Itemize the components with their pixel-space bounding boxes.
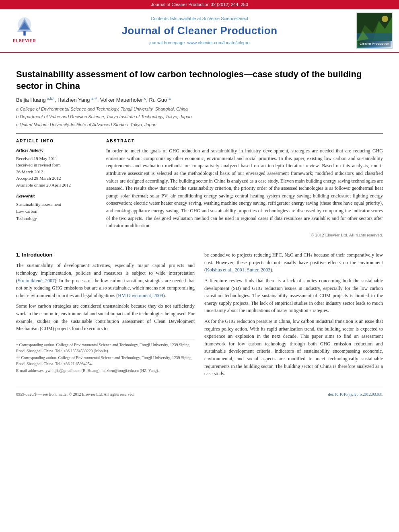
section-divider bbox=[16, 243, 383, 243]
sciverse-link: Contents lists available at SciVerse Sci… bbox=[43, 16, 356, 22]
authors-text: Beijia Huang a,b,*, Haizhen Yang a,**, V… bbox=[16, 97, 171, 103]
journal-title: Journal of Cleaner Production bbox=[43, 23, 356, 38]
affiliation-b: b Department of Value and Decision Scien… bbox=[16, 114, 383, 120]
journal-citation: Journal of Cleaner Production 32 (2012) … bbox=[151, 2, 248, 7]
introduction-heading: 1. Introduction bbox=[16, 251, 195, 259]
elsevier-tree-icon bbox=[12, 17, 37, 37]
history-received: Received 19 May 2011 Received in revised… bbox=[16, 155, 97, 189]
footnote-1: * Corresponding author. College of Envir… bbox=[16, 342, 195, 354]
affiliations: a College of Environmental Science and T… bbox=[16, 106, 383, 128]
svg-point-10 bbox=[382, 16, 388, 22]
footer-issn: 0959-6526/$ — see front matter © 2012 El… bbox=[16, 392, 134, 397]
journal-header-center: Contents lists available at SciVerse Sci… bbox=[43, 16, 356, 46]
ref-streimikiene[interactable]: Streimikienė, 2007 bbox=[18, 278, 55, 283]
body-left-column: 1. Introduction The sustainability of de… bbox=[16, 251, 195, 381]
history-item-1: Received in revised form bbox=[16, 162, 97, 168]
authors-line: Beijia Huang a,b,*, Haizhen Yang a,**, V… bbox=[16, 96, 383, 104]
footer-doi[interactable]: doi:10.1016/j.jclepro.2012.03.031 bbox=[328, 392, 383, 397]
abstract-text: In order to meet the goals of GHG reduct… bbox=[106, 147, 383, 230]
cleaner-production-image: Cleaner Production bbox=[356, 12, 393, 49]
homepage-url[interactable]: www.elsevier.com/locate/jclepro bbox=[187, 40, 249, 45]
right-paragraph-2: A literature review finds that there is … bbox=[204, 277, 383, 314]
cover-image-svg bbox=[357, 13, 392, 41]
copyright-notice: © 2012 Elsevier Ltd. All rights reserved… bbox=[106, 232, 383, 238]
sciverse-text[interactable]: SciVerse ScienceDirect bbox=[202, 16, 248, 21]
keyword-0: Sustainability assessment bbox=[16, 201, 97, 208]
abstract-column: ABSTRACT In order to meet the goals of G… bbox=[106, 138, 383, 238]
ref-hm-government[interactable]: HM Government, 2009 bbox=[118, 293, 163, 298]
affiliation-a: a College of Environmental Science and T… bbox=[16, 106, 383, 112]
keywords-label: Keywords: bbox=[16, 193, 97, 199]
journal-header: ELSEVIER Contents lists available at Sci… bbox=[0, 9, 399, 53]
elsevier-wordmark: ELSEVIER bbox=[13, 38, 36, 44]
footnotes: * Corresponding author. College of Envir… bbox=[16, 339, 195, 374]
journal-homepage: journal homepage: www.elsevier.com/locat… bbox=[43, 40, 356, 46]
history-item-0: Received 19 May 2011 bbox=[16, 155, 97, 162]
footnote-2: ** Corresponding author. College of Envi… bbox=[16, 355, 195, 367]
intro-paragraph-1: The sustainability of development activi… bbox=[16, 262, 195, 299]
body-right-column: be conducive to projects reducing HFC, N… bbox=[204, 251, 383, 381]
main-content: Sustainability assessment of low carbon … bbox=[0, 53, 399, 405]
body-content: 1. Introduction The sustainability of de… bbox=[16, 251, 383, 381]
right-paragraph-1: be conducive to projects reducing HFC, N… bbox=[204, 251, 383, 274]
history-item-2: 26 March 2012 bbox=[16, 168, 97, 175]
right-paragraph-3: As for the GHG reduction pressure in Chi… bbox=[204, 318, 383, 378]
page-footer: 0959-6526/$ — see front matter © 2012 El… bbox=[16, 389, 383, 397]
keyword-2: Technology bbox=[16, 215, 97, 222]
history-label: Article history: bbox=[16, 147, 97, 153]
history-item-3: Accepted 28 March 2012 bbox=[16, 175, 97, 182]
section-number: 1. bbox=[16, 252, 21, 258]
affiliation-c: c United Nations University-Institute of… bbox=[16, 122, 383, 128]
footnote-3: E-mail addresses: ywhhijia@gmail.com (B.… bbox=[16, 368, 195, 374]
keyword-1: Low carbon bbox=[16, 208, 97, 215]
ref-kolshus[interactable]: Kolshus et al., 2001; Sutter, 2003 bbox=[206, 267, 270, 273]
abstract-heading: ABSTRACT bbox=[106, 138, 383, 144]
header-divider bbox=[16, 133, 383, 134]
article-title: Sustainability assessment of low carbon … bbox=[16, 69, 383, 92]
intro-paragraph-2: Some low carbon strategies are considere… bbox=[16, 302, 195, 332]
article-info-abstract: ARTICLE INFO Article history: Received 1… bbox=[16, 138, 383, 238]
abstract-paragraph: In order to meet the goals of GHG reduct… bbox=[106, 147, 383, 230]
article-info-column: ARTICLE INFO Article history: Received 1… bbox=[16, 138, 97, 238]
keywords-section: Keywords: Sustainability assessment Low … bbox=[16, 193, 97, 222]
elsevier-logo: ELSEVIER bbox=[6, 17, 43, 44]
article-info-heading: ARTICLE INFO bbox=[16, 138, 97, 144]
cleaner-production-label: Cleaner Production bbox=[358, 41, 391, 47]
top-banner: Journal of Cleaner Production 32 (2012) … bbox=[0, 0, 399, 9]
section-title-text: Introduction bbox=[22, 252, 52, 258]
history-item-4: Available online 20 April 2012 bbox=[16, 182, 97, 189]
